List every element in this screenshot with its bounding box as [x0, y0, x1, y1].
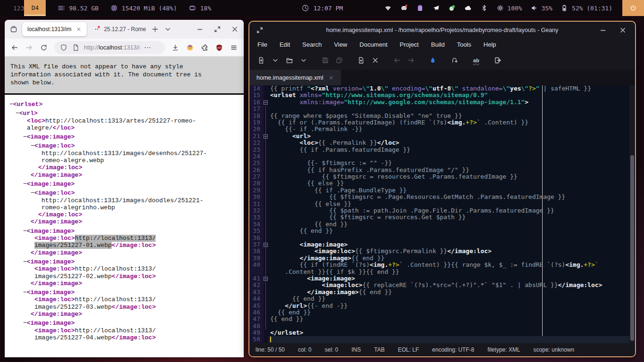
account-avatar-icon[interactable]	[186, 43, 194, 52]
menu-search[interactable]: Search	[296, 39, 328, 51]
save-button[interactable]	[318, 53, 332, 67]
find-replace-button[interactable]: ab	[469, 53, 483, 67]
volume-widget[interactable]: 35%	[530, 4, 552, 12]
menu-tools[interactable]: Tools	[451, 39, 477, 51]
tab-list-icon[interactable]	[9, 25, 18, 33]
back-icon[interactable]	[10, 43, 19, 52]
page-info-icon[interactable]	[72, 43, 80, 52]
minimize-icon[interactable]	[598, 25, 608, 35]
menu-bar: FileEditSearchViewDocumentProjectBuildTo…	[249, 39, 635, 51]
tab-close-icon[interactable]	[76, 26, 82, 32]
restore-icon[interactable]	[213, 25, 222, 33]
ublock-icon[interactable]: uO	[215, 43, 223, 52]
brightness-widget[interactable]: 100%	[496, 4, 522, 12]
code-line: 43 </image:image>{{ end }}	[249, 289, 629, 296]
menu-document[interactable]: Document	[354, 39, 394, 51]
code-line: 20 {{- if .Permalink -}}	[249, 126, 629, 132]
xml-row: <loc>http://localhost:1313/artes/251227-…	[5, 117, 244, 124]
xml-row: −<image:image>	[5, 181, 244, 188]
clipboard-icon[interactable]	[416, 4, 424, 12]
list-stat[interactable]: 98.52 GB	[57, 4, 99, 12]
code-line: 34 {{ end }}	[249, 221, 629, 228]
code-line: 21 <url>	[249, 133, 629, 140]
geany-title-bar[interactable]: home.imagessitemap.xml - /home/rapoelho/…	[249, 22, 635, 39]
color-chooser-button[interactable]	[426, 53, 440, 67]
open-file-button[interactable]	[282, 53, 297, 67]
power-button[interactable]	[622, 0, 644, 16]
xml-row: </image:image>	[5, 280, 244, 287]
xml-row: −<image:image>	[5, 320, 244, 327]
mem-stat[interactable]: 18%	[189, 4, 211, 12]
tab-discord[interactable]: 25.12.27 - Rome	[91, 25, 147, 33]
close-document-button[interactable]	[368, 53, 382, 67]
workspace-2[interactable]: 2	[17, 5, 21, 12]
scrollbar-thumb[interactable]	[630, 155, 634, 341]
editor-scrollbar[interactable]	[629, 85, 635, 343]
telegram-icon[interactable]	[432, 4, 440, 12]
close-icon[interactable]	[618, 25, 627, 35]
fold-toggle[interactable]	[264, 100, 268, 105]
nav-forward-button[interactable]	[404, 53, 418, 67]
quit-button[interactable]	[491, 53, 505, 67]
code-editor[interactable]: 14{{ printf "<?xml version=\"1.0\" encod…	[249, 85, 635, 343]
minimize-icon[interactable]	[196, 25, 204, 33]
extensions-puzzle-icon[interactable]	[200, 43, 209, 52]
save-all-button[interactable]	[332, 53, 347, 67]
status-segment: scope: unknown	[533, 346, 574, 353]
browser-tab-bar: localhost:1313/im 25.12.27 - Rome	[5, 20, 244, 39]
reload-icon[interactable]	[40, 43, 48, 52]
menu-build[interactable]: Build	[425, 39, 451, 51]
menu-hamburger-icon[interactable]	[230, 43, 238, 52]
discord-icon[interactable]	[400, 4, 408, 12]
document-tab[interactable]: home.imagessitemap.xml	[249, 70, 341, 85]
url-bar[interactable]: http://localhost:1313/i	[54, 41, 165, 54]
revert-button[interactable]	[354, 53, 368, 67]
tab-localhost[interactable]: localhost:1313/im	[22, 22, 87, 36]
xml-row: images/251227-01.webp</image:loc>	[5, 242, 244, 249]
code-line: 19 {{ if or (.Params.featuredImage) (fin…	[249, 119, 629, 126]
window-title: home.imagessitemap.xml - /home/rapoelho/…	[249, 27, 635, 33]
nav-back-button[interactable]	[390, 53, 404, 67]
workspace-active[interactable]: D4	[24, 0, 46, 16]
shield-icon[interactable]	[59, 43, 68, 52]
xml-row: images/251227-02.webp</image:loc>	[5, 273, 244, 280]
xml-row: </image:loc>	[5, 211, 244, 218]
bluetooth-icon[interactable]	[480, 4, 488, 12]
mem-icon	[189, 4, 197, 12]
page-actions-icon[interactable]	[143, 43, 152, 52]
workspace-1[interactable]: 1	[13, 5, 17, 12]
open-dropdown-button[interactable]	[297, 53, 311, 67]
status-segment: encoding: UTF-8	[432, 346, 474, 353]
goto-line-button[interactable]	[447, 53, 462, 67]
battery-widget: 52% (01:31)	[561, 4, 612, 12]
new-tab-icon[interactable]	[151, 25, 159, 33]
new-file-button[interactable]	[254, 53, 268, 67]
code-line: 31 {{ else }}	[249, 201, 629, 207]
restore-window-icon[interactable]	[255, 25, 264, 35]
wifi-icon[interactable]	[384, 4, 392, 12]
close-icon[interactable]	[231, 25, 239, 33]
workspace-3[interactable]: 3	[21, 5, 25, 12]
page-content[interactable]: This XML file does not appear to have an…	[5, 57, 244, 357]
code-line: 28 {{ else }}	[249, 180, 629, 187]
gear-icon	[496, 4, 504, 12]
cloud-icon[interactable]	[464, 4, 472, 12]
menu-file[interactable]: File	[251, 39, 273, 51]
menu-edit[interactable]: Edit	[273, 39, 296, 51]
cpu-stat[interactable]: 15420 MiB (48%)	[110, 4, 177, 12]
menu-help[interactable]: Help	[478, 39, 503, 51]
downloads-icon[interactable]	[171, 43, 180, 52]
sticker-icon[interactable]	[448, 4, 456, 12]
code-line: 44 {{ end }}	[249, 296, 629, 302]
xml-row: <image:loc>http://localhost:1313/	[5, 265, 244, 272]
code-line: 41 <image:image>	[249, 275, 629, 282]
power-icon	[629, 4, 637, 12]
tab-close-icon[interactable]	[329, 75, 334, 80]
tab-dropdown-icon[interactable]	[164, 25, 172, 33]
new-dropdown-button[interactable]	[268, 53, 282, 67]
xml-row: −<image:loc>	[5, 142, 244, 149]
code-line: 48	[249, 323, 629, 329]
xml-row: −<urlset>	[5, 101, 244, 108]
menu-view[interactable]: View	[328, 39, 354, 51]
menu-project[interactable]: Project	[394, 39, 425, 51]
